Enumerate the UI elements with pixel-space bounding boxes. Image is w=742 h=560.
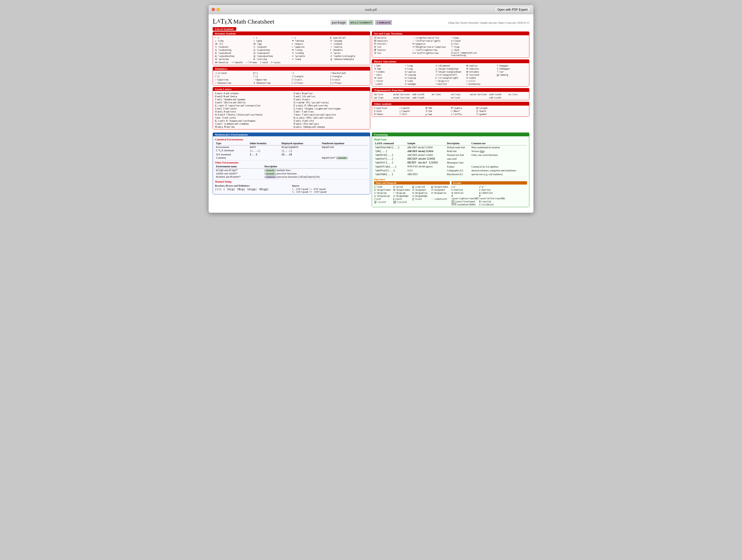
list-item: ∄ \nexists	[374, 39, 412, 42]
cell-dcases-desc: (mathtools) piecewise functions (\displa…	[263, 175, 368, 179]
list-item: arcsin \arcsin	[393, 93, 412, 96]
list-item: Δ and δ \Delta and \delta	[215, 101, 289, 104]
list-item: Π, π and ϖ \Pi, \pi and \varpi	[294, 101, 368, 104]
list-item: a⃖ \overleftarrow{AB}	[479, 195, 505, 200]
doc-info: Cheng Tan | Kyoto University | etan@c-ta…	[448, 21, 529, 24]
list-item: ∉ \notin	[374, 49, 412, 51]
cell-cmd7: \mathcal{...}	[374, 168, 406, 172]
cell-latex-display: \[...\]	[280, 149, 321, 153]
cell-sample6: 𝔄𝔅ℭ𝔇𝔈𝔉 abcdef ggwyz	[406, 164, 446, 168]
list-item: < <	[215, 36, 253, 39]
section-badge: List of Symbols	[213, 27, 236, 31]
other-envs-table: Environment name Description align and a…	[215, 164, 368, 179]
list-item: ↦ \mapsto	[412, 42, 450, 45]
relation-section: Relation Symbols < < > > = = ∥ \parallel…	[213, 32, 370, 65]
list-item: ◇ \diamond	[435, 64, 466, 67]
cell-cmd3: \mathrm{...}	[374, 153, 406, 157]
cell-use3: Units, one word functions	[471, 153, 527, 157]
list-item: ∫ \int	[374, 198, 393, 200]
list-item: ≁ \neq	[292, 58, 330, 60]
cmd-label: command	[375, 20, 392, 25]
list-item: ∐ \amalg	[497, 73, 527, 76]
list-item: / /	[292, 71, 330, 74]
formatting-body: Math Fonts LaTeX command Sample Descript…	[372, 136, 529, 207]
window: math.pdf Open with PDF Expert LATEX Math…	[209, 5, 533, 213]
list-item: ≃ \simeq	[292, 52, 330, 54]
list-item: ∧ \bigwedge	[393, 195, 412, 197]
list-item: ± \pm	[374, 64, 404, 67]
list-item: ∈ \in	[374, 45, 412, 48]
list-item: ⌈ \lceil	[292, 78, 330, 81]
relation-extra: ⋈ \bowtie ⊣ \dashv ⌢ \frown ∣ \mid ≻ \su…	[215, 61, 368, 64]
cell-desc7: Calligraphy (U)	[446, 168, 470, 172]
right-column: Set and Logic Notations ∃ \exists → \rig…	[372, 32, 529, 131]
list-item: ∀ \forall	[374, 42, 412, 45]
list-item: ≥ \geq	[253, 39, 291, 42]
cell-cmd4: \mathsf{...}	[374, 157, 406, 161]
list-item: → \rightarrow or \to	[412, 36, 450, 39]
list-item	[506, 200, 527, 203]
list-item: > >	[253, 36, 291, 39]
cell-sample5: ABCDEF abcdef 123456	[406, 161, 446, 164]
list-item: Ω and ω \Omega and \omega	[294, 125, 368, 128]
list-item: a⃗ \vec{a}	[479, 200, 505, 203]
open-pdf-button[interactable]: Open with PDF Expert	[494, 7, 530, 12]
list-item: ∅ and ∅ \emptyset and \varnothing	[451, 52, 489, 57]
list-item: A and α A and \alpha	[215, 92, 289, 95]
cell-desc6: Fraktur	[446, 164, 470, 168]
table-row: \mathcal{...} 𝒜ℬ𝒞𝒟𝒠𝒡 Calligraphy (U) she…	[374, 168, 527, 172]
content: LATEX Math Cheatsheet package environmen…	[209, 14, 533, 213]
cell-equation: equation	[321, 146, 368, 149]
list-item: ⌋ \rfloor	[330, 82, 368, 84]
list-item: ∼ \smile	[330, 45, 368, 48]
list-item: ≫ \gg	[253, 42, 291, 45]
list-item: ∨ \lor	[451, 42, 489, 45]
list-item: a⃗ \overrightarrow{AB}	[452, 195, 479, 200]
list-item: ∩ \bigcap	[393, 191, 412, 194]
list-item: ∧ \bigwedge	[412, 195, 431, 197]
doc-header: LATEX Math Cheatsheet package environmen…	[213, 17, 529, 26]
greek-grid: A and α A and \alpha N and ν N and \nu B…	[215, 92, 368, 128]
col-display: Displayed equations	[280, 141, 321, 146]
list-item: ⊗ \bigotimes	[393, 188, 412, 191]
cell-align: align and align*	[215, 168, 263, 172]
list-item: ı \imath	[400, 107, 425, 109]
list-item: ȧ \ddot{a}	[479, 191, 505, 194]
list-item: Φ, φ, and φ \Phi, \phi and \varphi	[294, 116, 368, 119]
list-item: ↿ \wr	[497, 70, 527, 73]
close-button[interactable]	[212, 8, 215, 11]
sums-label: Sums and Integrals	[374, 181, 450, 185]
col-desc: Description	[263, 164, 368, 168]
list-item: ○ \bigcirc	[435, 80, 466, 82]
list-item: ▷ \triangleright	[435, 77, 466, 79]
list-item: â \hat{a}	[452, 188, 479, 191]
cell-use5	[471, 161, 527, 164]
list-item: ∞ \infty	[451, 113, 476, 115]
trig-grid: sin \sin arcsin \arcsin sinh \sinh sec \…	[374, 93, 527, 99]
list-item: ≈ \approx	[292, 45, 330, 48]
list-item: ∨ \vee	[405, 80, 435, 82]
list-item: ↑ \Uparrow	[253, 78, 291, 81]
cell-tex-inline: $...$	[249, 153, 280, 156]
list-item: • \bullet	[435, 83, 466, 85]
table-row: \mathsf{...} ABCDEF abcdef 123456 sans-s…	[374, 157, 527, 161]
list-item: I and ι I and \iota	[215, 116, 289, 119]
list-item: ∽ \vdash	[330, 42, 368, 45]
trig-body: sin \sin arcsin \arcsin sinh \sinh sec \…	[372, 92, 529, 100]
left-column: Relation Symbols < < > > = = ∥ \parallel…	[213, 32, 370, 131]
table-row: align and align* (amsmath) multiple line…	[215, 168, 368, 172]
list-item: Ψ and ψ \Psi and \psi	[294, 122, 368, 125]
list-item: ā \bar{a}	[479, 188, 505, 191]
list-item: arctan \arctan	[393, 96, 412, 99]
list-item	[497, 83, 527, 85]
divider	[215, 160, 368, 160]
list-item: E, ε and ε E, \epsilon and \varepsilon	[215, 104, 289, 107]
env-label: environment	[349, 20, 373, 25]
cell-cmd5: \mathtt{...}	[374, 161, 406, 164]
cell-cmd: \mathnormal{...}	[374, 146, 406, 150]
minimize-button[interactable]	[216, 8, 220, 11]
manual-sizing-grid: Brackets, Braces and Delimiters (((( ( \…	[215, 184, 368, 193]
table-row: \mathfrak{...} 𝔄𝔅ℭ𝔇𝔈𝔉 abcdef ggwyz Frakt…	[374, 164, 527, 168]
list-item: ⊙ \bigodot	[412, 188, 431, 191]
list-item	[489, 45, 527, 48]
